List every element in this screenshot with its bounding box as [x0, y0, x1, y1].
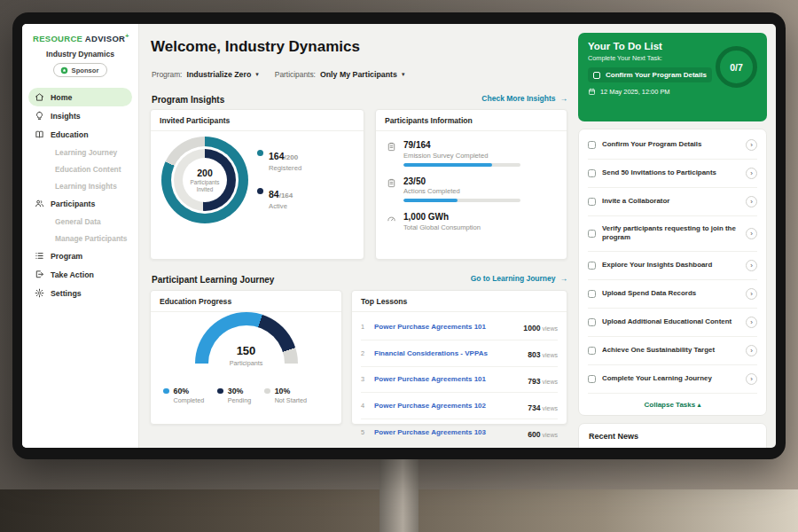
chevron-right-icon[interactable]: › [746, 139, 757, 151]
chevron-right-icon[interactable]: › [746, 288, 757, 300]
donut-center-value: 200 [197, 168, 213, 178]
lesson-link[interactable]: Power Purchase Agreements 101 [374, 375, 521, 383]
sidebar-item-participants[interactable]: Participants [22, 194, 138, 213]
task-row[interactable]: Verify participants requesting to join t… [588, 216, 757, 252]
sidebar-item-education-content[interactable]: Education Content [22, 160, 138, 177]
page-title: Welcome, Industry Dynamics [151, 38, 360, 56]
stat-value: 1,000 GWh [403, 212, 481, 222]
chevron-right-icon[interactable]: › [746, 260, 757, 271]
chevron-down-icon: ▾ [402, 71, 405, 78]
task-row[interactable]: Confirm Your Program Details › [588, 131, 757, 160]
task-label: Upload Spend Data Records [602, 289, 739, 298]
go-to-learning-journey-link[interactable]: Go to Learning Journey → [471, 274, 567, 283]
lesson-row: 2 Financial Considerations - VPPAs 803vi… [361, 340, 558, 367]
sidebar-item-learning-journey[interactable]: Learning Journey [22, 144, 138, 160]
task-checkbox[interactable] [588, 290, 596, 298]
sidebar-item-settings[interactable]: Settings [22, 284, 138, 302]
task-checkbox[interactable] [588, 141, 596, 149]
header-controls: Program: Industrialize Zero ▾ Participan… [152, 70, 404, 79]
task-row[interactable]: Send 50 Invitations to Participants › [588, 160, 757, 188]
legend-dot [217, 388, 223, 395]
todo-progress-value: 0/7 [730, 62, 743, 73]
gauge-center-label: Participants [151, 359, 341, 367]
program-select[interactable]: Program: Industrialize Zero ▾ [152, 70, 259, 79]
views-label: views [542, 325, 558, 332]
chevron-right-icon[interactable]: › [746, 345, 757, 356]
task-row[interactable]: Explore Your Insights Dashboard › [588, 252, 757, 280]
legend-item: 30% Pending [217, 387, 251, 404]
gauge-center: 150 Participants [151, 342, 341, 367]
clipboard-icon [387, 178, 396, 188]
sidebar-item-take-action[interactable]: Take Action [22, 265, 138, 284]
sidebar-item-education[interactable]: Education [22, 125, 138, 144]
lesson-views: 803views [528, 345, 558, 361]
task-checkbox[interactable] [593, 72, 600, 79]
participants-value: Only My Participants [320, 70, 397, 79]
section-title-learning-journey: Participant Learning Journey [152, 275, 274, 285]
task-checkbox[interactable] [588, 198, 596, 206]
chevron-right-icon[interactable]: › [746, 373, 757, 385]
lesson-link[interactable]: Financial Considerations - VPPAs [374, 349, 521, 357]
recent-news-title: Recent News [589, 432, 756, 441]
todo-tasks-card: Confirm Your Program Details › Send 50 I… [578, 129, 767, 416]
calendar-icon [588, 88, 596, 96]
task-row[interactable]: Complete Your Learning Journey › [588, 365, 757, 394]
task-checkbox[interactable] [588, 262, 596, 270]
legend-dot [163, 388, 169, 395]
sidebar-item-home[interactable]: Home [28, 88, 132, 106]
participants-select[interactable]: Participants: Only My Participants ▾ [275, 70, 405, 79]
invited-donut-chart: 200 Participants Invited [161, 137, 248, 223]
lesson-row: 5 Power Purchase Agreements 103 600views [361, 419, 558, 445]
views-label: views [542, 379, 558, 385]
stat-label: Total Global Consumption [403, 223, 481, 231]
task-checkbox[interactable] [588, 169, 596, 177]
due-date-text: 12 May 2025, 12:00 PM [600, 88, 669, 96]
task-label: Explore Your Insights Dashboard [602, 261, 739, 270]
chevron-right-icon[interactable]: › [746, 228, 757, 239]
task-row[interactable]: Upload Spend Data Records › [588, 280, 757, 309]
nav-label: Education [51, 130, 89, 139]
home-icon [35, 92, 44, 102]
sidebar-item-learning-insights[interactable]: Learning Insights [22, 177, 138, 194]
lesson-link[interactable]: Power Purchase Agreements 103 [374, 428, 521, 436]
lesson-rank: 5 [361, 428, 368, 436]
next-task-row[interactable]: Confirm Your Program Details [588, 67, 712, 82]
emission-survey-row: 79/164 Emission Survey Completed [387, 140, 556, 167]
task-checkbox[interactable] [588, 375, 596, 383]
due-date-row: 12 May 2025, 12:00 PM [588, 88, 757, 96]
lesson-row: 1 Power Purchase Agreements 101 1000view… [361, 314, 558, 340]
stat-label: Emission Survey Completed [403, 152, 520, 160]
lesson-link[interactable]: Power Purchase Agreements 101 [374, 323, 517, 331]
action-icon [35, 270, 44, 279]
app-logo: RESOURCE ADVISOR+ [22, 24, 138, 43]
actions-completed-row: 23/50 Actions Completed [387, 176, 556, 203]
sidebar-item-general-data[interactable]: General Data [22, 213, 138, 230]
monitor-stand [379, 456, 419, 532]
task-label: Achieve One Sustainability Target [602, 346, 739, 355]
card-title: Top Lessons [352, 291, 567, 312]
task-checkbox[interactable] [588, 230, 596, 238]
chevron-down-icon: ▾ [255, 71, 259, 78]
task-checkbox[interactable] [588, 347, 596, 355]
task-row[interactable]: Achieve One Sustainability Target › [588, 337, 757, 365]
collapse-tasks-link[interactable]: Collapse Tasks ▴ [588, 394, 757, 414]
chevron-up-icon: ▴ [697, 401, 700, 409]
task-label: Confirm Your Program Details [602, 140, 739, 149]
check-more-insights-link[interactable]: Check More Insights → [481, 94, 567, 103]
sidebar-item-insights[interactable]: Insights [22, 106, 138, 125]
sidebar-item-manage-participants[interactable]: Manage Participants [22, 230, 138, 246]
book-icon [35, 129, 44, 139]
education-progress-card: Education Progress 150 Participants 60% … [150, 290, 342, 425]
chevron-right-icon[interactable]: › [746, 168, 757, 179]
task-row[interactable]: Invite a Collaborator › [588, 188, 757, 216]
task-row[interactable]: Upload Additional Educational Content › [588, 309, 757, 337]
card-title: Education Progress [151, 291, 341, 312]
org-name: Industry Dynamics [22, 50, 138, 59]
education-legend: 60% Completed 30% Pending 10% [163, 387, 307, 404]
lesson-link[interactable]: Power Purchase Agreements 102 [374, 402, 521, 410]
sidebar-item-program[interactable]: Program [22, 246, 138, 265]
lesson-views: 793views [528, 372, 558, 387]
chevron-right-icon[interactable]: › [746, 196, 757, 207]
task-checkbox[interactable] [588, 318, 596, 326]
chevron-right-icon[interactable]: › [746, 317, 757, 328]
